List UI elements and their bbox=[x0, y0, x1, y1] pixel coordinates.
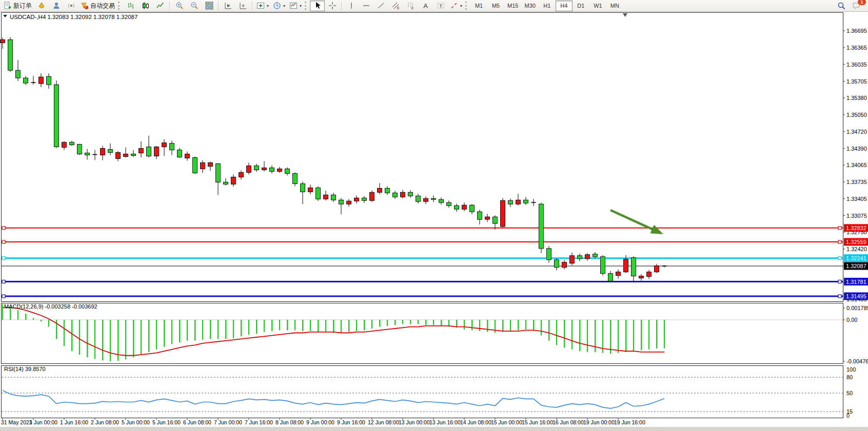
timeframe-m30-button[interactable]: M30 bbox=[521, 1, 538, 11]
price-level-badge-label: 1.32241 bbox=[846, 255, 866, 261]
candle-body bbox=[370, 192, 374, 200]
bar-chart-button[interactable] bbox=[123, 1, 138, 11]
candle-body bbox=[147, 147, 151, 156]
timeframe-h4-button[interactable]: H4 bbox=[556, 1, 573, 11]
zoom-in-button[interactable] bbox=[172, 1, 187, 11]
periods-button[interactable]: ▾ bbox=[271, 1, 287, 11]
candle-body bbox=[47, 76, 51, 85]
text-label-icon: T bbox=[437, 2, 445, 10]
candle-body bbox=[501, 200, 505, 227]
candle-body bbox=[8, 39, 13, 70]
price-tick-label: 1.32420 bbox=[846, 246, 867, 252]
crosshair-tool-button[interactable] bbox=[325, 1, 340, 11]
candle-body bbox=[578, 256, 582, 259]
timeframe-w1-button[interactable]: W1 bbox=[589, 1, 606, 11]
candle-body bbox=[362, 198, 367, 200]
search-button[interactable] bbox=[834, 1, 849, 11]
time-tick-label: 13 Jun 16:00 bbox=[429, 419, 461, 425]
auto-scroll-button[interactable] bbox=[221, 1, 235, 11]
community-button[interactable] bbox=[49, 1, 64, 11]
trendline-tool-button[interactable] bbox=[373, 1, 388, 11]
timeframe-m1-button[interactable]: M1 bbox=[470, 1, 487, 11]
line-handle[interactable] bbox=[838, 227, 841, 230]
zoom-out-icon bbox=[190, 2, 199, 10]
time-tick-label: 15 Jun 00:00 bbox=[491, 419, 522, 425]
chevron-down-icon: ▾ bbox=[300, 4, 302, 8]
line-handle[interactable] bbox=[838, 295, 841, 298]
toolbar-grip bbox=[118, 2, 121, 10]
timeframe-h1-button[interactable]: H1 bbox=[539, 1, 556, 11]
svg-text:E: E bbox=[397, 6, 400, 10]
notifications-button[interactable]: 1 bbox=[849, 1, 863, 11]
candle-body bbox=[601, 257, 605, 274]
line-handle[interactable] bbox=[838, 257, 841, 260]
indicators-icon bbox=[257, 2, 265, 10]
chart-shift-button[interactable] bbox=[235, 1, 250, 11]
timeframe-mn-button[interactable]: MN bbox=[606, 1, 623, 11]
horizontal-line-tool-button[interactable] bbox=[359, 1, 373, 11]
styler-button[interactable] bbox=[34, 1, 49, 11]
candle-body bbox=[547, 249, 551, 260]
time-tick-label: 7 Jun 00:00 bbox=[214, 419, 242, 425]
line-handle[interactable] bbox=[2, 295, 5, 298]
time-tick-label: 6 Jun 08:00 bbox=[183, 419, 211, 425]
text-label-tool-button[interactable]: T bbox=[433, 1, 448, 11]
candle-body bbox=[408, 192, 413, 196]
chart-area[interactable]: 1.366951.363651.360351.357051.353801.350… bbox=[0, 11, 868, 431]
fibonacci-tool-button[interactable]: F bbox=[403, 1, 418, 11]
new-order-button[interactable]: 新订单 bbox=[2, 1, 34, 11]
candle-body bbox=[39, 77, 44, 84]
price-tick-label: 1.33405 bbox=[846, 196, 867, 202]
line-handle[interactable] bbox=[2, 280, 5, 283]
rsi-tick-label: 80 bbox=[846, 374, 853, 380]
line-handle[interactable] bbox=[838, 240, 841, 243]
signals-button[interactable] bbox=[64, 1, 78, 11]
candle-body bbox=[462, 205, 467, 209]
candle-body bbox=[201, 163, 205, 169]
time-tick-label: 31 May 2023 bbox=[1, 419, 32, 425]
toolbar-separator bbox=[341, 2, 342, 10]
candle-body bbox=[131, 154, 136, 156]
timeframe-m5-button[interactable]: M5 bbox=[487, 1, 504, 11]
candle-body bbox=[154, 147, 159, 156]
tile-windows-button[interactable] bbox=[202, 1, 216, 11]
fibonacci-icon: F bbox=[407, 2, 415, 10]
candle-body bbox=[116, 153, 121, 159]
timeframe-d1-button[interactable]: D1 bbox=[573, 1, 589, 11]
candle-body bbox=[208, 163, 213, 167]
line-handle[interactable] bbox=[2, 227, 5, 230]
time-tick-label: 13 Jun 00:00 bbox=[399, 419, 430, 425]
arrows-tool-button[interactable]: ▾ bbox=[448, 1, 464, 11]
zoom-out-button[interactable] bbox=[187, 1, 202, 11]
timeframe-m15-button[interactable]: M15 bbox=[504, 1, 521, 11]
line-chart-button[interactable] bbox=[153, 1, 168, 11]
candle-body bbox=[354, 198, 359, 201]
candlestick-chart-button[interactable] bbox=[138, 1, 153, 11]
line-handle[interactable] bbox=[2, 240, 5, 243]
line-handle[interactable] bbox=[838, 280, 841, 283]
macd-tick-label: 0.00 bbox=[846, 317, 857, 323]
auto-trading-button[interactable]: 自动交易 bbox=[78, 1, 117, 11]
new-order-icon bbox=[4, 2, 12, 10]
price-tick-label: 1.36365 bbox=[846, 45, 867, 51]
trendline-icon bbox=[377, 2, 385, 10]
auto-trading-label: 自动交易 bbox=[90, 2, 115, 10]
templates-button[interactable]: ▾ bbox=[287, 1, 304, 11]
chart-title: USDCAD-,H4 1.32083 1.32092 1.32078 1.320… bbox=[10, 14, 137, 20]
time-tick-label: 9 Jun 00:00 bbox=[306, 419, 334, 425]
equidistant-channel-tool-button[interactable]: E bbox=[388, 1, 403, 11]
line-handle[interactable] bbox=[2, 257, 5, 260]
candle-body bbox=[339, 200, 344, 204]
chart-shift-icon bbox=[239, 2, 247, 10]
text-tool-button[interactable]: A bbox=[418, 1, 433, 11]
indicators-button[interactable]: ▾ bbox=[254, 1, 271, 11]
search-icon bbox=[837, 2, 845, 10]
styler-icon bbox=[37, 2, 46, 10]
candle-body bbox=[278, 169, 282, 171]
templates-icon bbox=[289, 2, 298, 10]
auto-scroll-icon bbox=[224, 2, 232, 10]
cursor-tool-button[interactable] bbox=[310, 1, 325, 11]
candle-body bbox=[324, 195, 328, 199]
vertical-line-tool-button[interactable] bbox=[344, 1, 359, 11]
time-tick-label: 14 Jun 08:00 bbox=[460, 419, 491, 425]
